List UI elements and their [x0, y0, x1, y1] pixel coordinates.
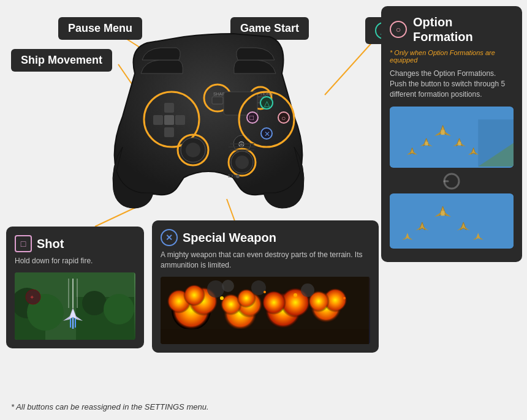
special-weapon-screenshot — [161, 277, 370, 344]
svg-rect-46 — [441, 130, 445, 135]
svg-text:△: △ — [264, 99, 270, 108]
svg-point-124 — [343, 297, 346, 299]
formation-image-1 — [390, 107, 514, 168]
special-weapon-panel: ✕ Special Weapon A mighty weapon that ca… — [152, 220, 379, 353]
special-weapon-title: Special Weapon — [183, 231, 276, 245]
svg-text:✦: ✦ — [29, 294, 34, 301]
square-icon: □ — [15, 235, 32, 252]
special-weapon-header: ✕ Special Weapon — [161, 229, 370, 246]
option-formation-note: * Only when Option Formations are equipp… — [390, 49, 514, 64]
shot-desc: Hold down for rapid fire. — [15, 256, 135, 266]
svg-point-122 — [264, 291, 266, 293]
svg-point-118 — [251, 280, 266, 295]
option-formation-header: ○ Option Formation — [390, 15, 514, 44]
svg-rect-15 — [212, 97, 223, 104]
svg-text:EXT: EXT — [228, 174, 237, 178]
svg-point-123 — [294, 293, 297, 297]
shot-title: Shot — [37, 237, 64, 251]
svg-text:✕: ✕ — [264, 130, 270, 138]
svg-point-36 — [235, 156, 249, 169]
svg-rect-120 — [161, 329, 369, 344]
shot-panel: □ Shot Hold down for rapid fire. — [6, 227, 144, 348]
svg-point-119 — [301, 283, 314, 297]
svg-rect-10 — [153, 115, 163, 125]
svg-rect-50 — [425, 142, 428, 146]
svg-rect-9 — [164, 127, 174, 137]
special-weapon-desc: A mighty weapon that can even destroy pa… — [161, 250, 370, 271]
option-formation-title: Option Formation — [413, 15, 514, 44]
svg-text:□: □ — [249, 113, 254, 122]
svg-point-87 — [82, 291, 107, 315]
svg-point-88 — [104, 294, 134, 324]
svg-rect-12 — [164, 115, 174, 125]
svg-point-112 — [262, 290, 286, 315]
svg-rect-65 — [390, 195, 514, 248]
option-formation-panel: ○ Option Formation * Only when Option Fo… — [381, 6, 522, 262]
footer-note: * All buttons can be reassigned in the S… — [11, 402, 209, 411]
circle-icon: ○ — [390, 21, 407, 38]
svg-point-33 — [186, 143, 200, 157]
svg-point-41 — [236, 174, 240, 178]
svg-text:○: ○ — [281, 114, 286, 122]
formation-image-2 — [390, 193, 514, 249]
controller-diagram: SHARE OPTIONS ⊛ △ □ ○ ✕ — [92, 18, 325, 220]
svg-point-117 — [222, 280, 234, 292]
shot-header: □ Shot — [15, 235, 135, 252]
svg-point-116 — [207, 280, 224, 298]
svg-rect-54 — [458, 142, 461, 146]
svg-point-105 — [183, 284, 205, 306]
option-formation-desc: Changes the Option Formations. Push the … — [390, 69, 514, 99]
svg-point-121 — [220, 296, 224, 300]
shot-screenshot: ✦ — [15, 272, 135, 340]
svg-rect-67 — [441, 211, 445, 216]
cross-icon: ✕ — [161, 229, 178, 246]
svg-rect-11 — [175, 115, 185, 125]
svg-rect-7 — [164, 103, 174, 113]
